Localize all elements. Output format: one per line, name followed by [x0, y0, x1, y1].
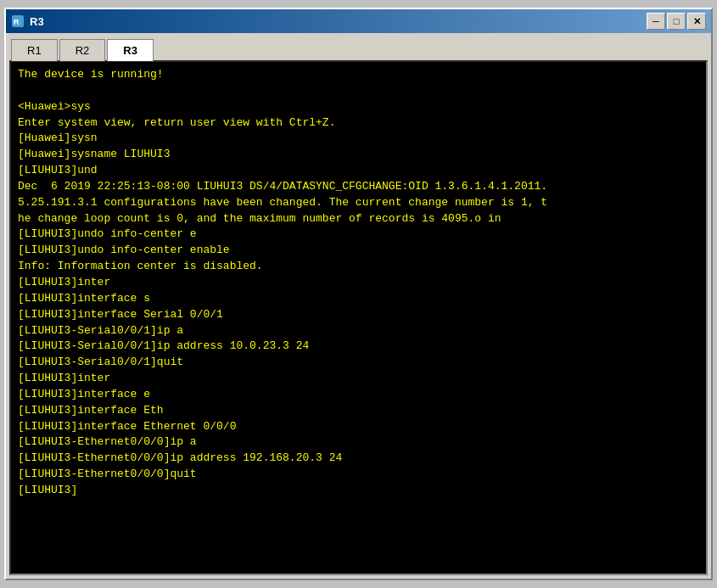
tab-r1[interactable]: R1 — [11, 39, 58, 61]
tab-r3[interactable]: R3 — [107, 39, 154, 61]
close-button[interactable]: ✕ — [687, 13, 706, 30]
minimize-button[interactable]: ─ — [647, 13, 665, 30]
window-title: R3 — [30, 15, 44, 28]
title-bar-left: R R3 — [11, 14, 44, 28]
app-icon: R — [11, 14, 25, 28]
tabs-bar: R1 R2 R3 — [6, 33, 711, 60]
title-bar: R R3 ─ □ ✕ — [6, 9, 711, 33]
tab-r2[interactable]: R2 — [59, 39, 106, 61]
maximize-button[interactable]: □ — [667, 13, 686, 30]
terminal-container: The device is running! <Huawei>sys Enter… — [9, 60, 708, 575]
main-window: R R3 ─ □ ✕ R1 R2 R3 The device is runnin… — [4, 8, 713, 580]
title-controls: ─ □ ✕ — [647, 13, 706, 30]
svg-text:R: R — [14, 18, 20, 26]
terminal-output: The device is running! <Huawei>sys Enter… — [18, 67, 699, 499]
